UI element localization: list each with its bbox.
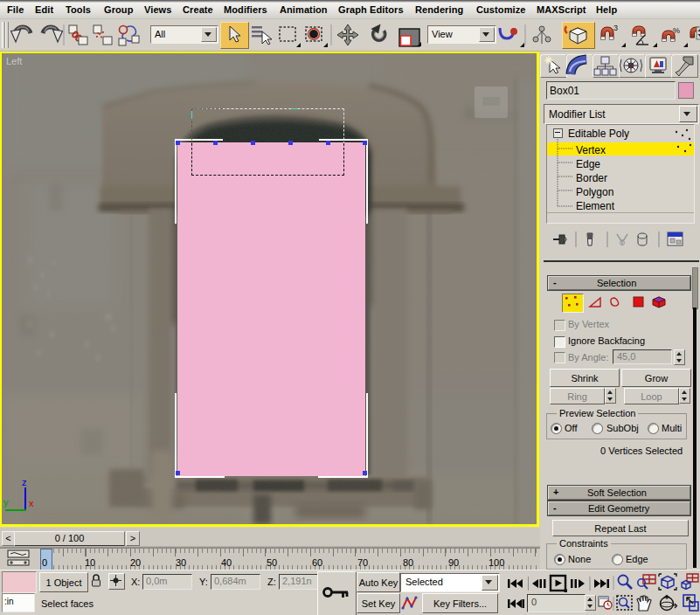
svg-text:%: % <box>673 26 680 35</box>
svg-text:y: y <box>3 497 9 508</box>
svg-text:z: z <box>22 477 27 487</box>
svg-text:x: x <box>29 498 34 508</box>
svg-text:3: 3 <box>613 24 618 32</box>
